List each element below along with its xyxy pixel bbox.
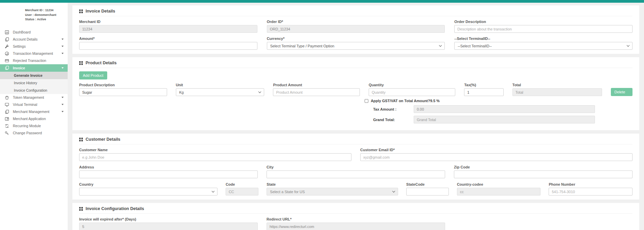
sidebar-item-generate-invoice[interactable]: Generate Invoice <box>0 72 68 79</box>
sidebar-item-invoice-history[interactable]: Invoice History <box>0 79 68 87</box>
invoice-expire-label: Invoice will expired after* (Days) <box>79 217 258 221</box>
chevron-down-icon <box>439 44 442 47</box>
chevron-down-icon <box>62 46 64 47</box>
application-window-icon <box>5 117 9 121</box>
credit-card-icon <box>5 59 9 63</box>
customer-details-header: Customer Details <box>79 137 632 144</box>
amount-input[interactable] <box>79 42 257 50</box>
merchant-id-text: Merchant ID : 11234 <box>25 8 66 13</box>
product-description-input[interactable] <box>79 88 167 96</box>
sidebar-item-rejected-transaction[interactable]: Rejected Transaction <box>0 57 68 64</box>
terminal-id-label: --Select TerminalID-- <box>454 37 632 41</box>
tax-percent-input[interactable] <box>464 88 503 96</box>
add-product-button[interactable]: Add Product <box>79 71 107 79</box>
total-input <box>512 88 602 96</box>
status-text: Status : Active <box>25 17 66 22</box>
invoice-icon <box>5 66 9 70</box>
unit-select[interactable]: Kg <box>176 88 264 96</box>
order-description-input[interactable] <box>454 25 632 33</box>
currency-select[interactable]: Select Terminal Type / Payment Option <box>267 42 445 50</box>
sidebar-item-label: Invoice History <box>14 81 37 85</box>
sidebar-item-merchant-application[interactable]: Merchant Application <box>0 115 68 122</box>
invoice-submenu: Generate Invoice Invoice History Invoice… <box>0 72 68 94</box>
sidebar-item-recurring-module[interactable]: Recurring Module <box>0 122 68 130</box>
address-input[interactable] <box>79 170 258 178</box>
sidebar-item-label: Rejected Transaction <box>13 59 46 63</box>
dashboard-icon <box>5 30 9 34</box>
redirect-url-input <box>267 223 445 230</box>
sidebar-item-invoice-configuration[interactable]: Invoice Configuration <box>0 87 68 94</box>
tax-amount-input <box>414 105 595 113</box>
city-input[interactable] <box>267 170 445 178</box>
section-title: Invoice Details <box>86 9 115 14</box>
section-title: Customer Details <box>86 137 120 142</box>
customer-email-label: Customer Email ID* <box>360 148 632 152</box>
unit-label: Unit <box>176 83 264 87</box>
currency-label: Currency* <box>267 37 445 41</box>
city-label: City <box>267 165 445 169</box>
tax-amount-label: Tax Amount : <box>365 107 414 111</box>
state-code-label: StateCode <box>406 182 449 186</box>
sidebar-item-label: Token Management <box>13 95 44 99</box>
sidebar-item-account-details[interactable]: Account Details <box>0 36 68 43</box>
grid-icon <box>79 138 83 141</box>
sidebar-item-label: Invoice Configuration <box>14 88 47 92</box>
sidebar-item-virtual-terminal[interactable]: Virtual Terminal <box>0 101 68 108</box>
chevron-down-icon <box>62 111 64 112</box>
terminal-id-select[interactable]: --Select TerminalID-- <box>454 42 632 50</box>
tax-percent-label: Tax(%) <box>464 83 503 87</box>
product-amount-input[interactable] <box>273 88 360 96</box>
order-id-label: Order ID* <box>267 20 445 24</box>
terminal-id-select-value: --Select TerminalID-- <box>458 44 492 48</box>
grid-icon <box>79 61 83 65</box>
customer-email-input[interactable] <box>360 153 632 161</box>
state-code-input[interactable] <box>406 188 449 196</box>
basket-icon <box>5 95 9 100</box>
sidebar-item-label: Transaction Management <box>13 51 53 55</box>
copy-icon <box>5 37 9 42</box>
total-label: Total <box>512 83 602 87</box>
app-container: Merchant ID : 11234 User : demomerchant … <box>0 3 644 230</box>
customer-details-card: Customer Details Customer Name Customer … <box>72 134 639 200</box>
quantity-input[interactable] <box>369 88 456 96</box>
merchant-id-input <box>79 25 257 33</box>
wrench-icon <box>5 44 9 49</box>
sidebar-item-settings[interactable]: Settings <box>0 43 68 50</box>
chevron-down-icon <box>392 190 395 192</box>
speedometer-icon <box>5 51 9 56</box>
sidebar-item-label: Change Password <box>13 131 42 135</box>
state-select[interactable]: Select a State for US <box>267 188 398 196</box>
gst-block: Apply GST/VAT on Total Amount?9.5 % Tax … <box>365 99 595 123</box>
order-description-label: Order Description <box>454 20 632 24</box>
chevron-down-icon <box>62 53 64 54</box>
sidebar-item-change-password[interactable]: Change Password <box>0 130 68 137</box>
delete-product-button[interactable]: Delete <box>611 88 632 96</box>
sidebar-item-transaction-management[interactable]: Transaction Management <box>0 50 68 57</box>
unit-select-value: Kg <box>179 90 184 94</box>
phone-number-input[interactable] <box>549 188 632 196</box>
amount-label: Amount* <box>79 37 257 41</box>
sidebar-item-merchant-management[interactable]: Merchant Management <box>0 108 68 115</box>
user-text: User : demomerchant <box>25 13 66 18</box>
product-description-label: Product Description <box>79 83 167 87</box>
invoice-configuration-header: Invoice Configuration Details <box>79 206 632 214</box>
sidebar-item-invoice[interactable]: Invoice <box>0 64 68 72</box>
country-select[interactable] <box>79 188 217 196</box>
merchant-info: Merchant ID : 11234 User : demomerchant … <box>25 8 66 22</box>
phone-number-label: Phone Number <box>549 182 632 186</box>
sidebar-item-label: Generate Invoice <box>14 73 43 77</box>
zip-code-input[interactable] <box>454 170 632 178</box>
country-code-label: Country-codee <box>457 182 541 186</box>
chevron-down-icon <box>212 190 214 192</box>
customer-name-label: Customer Name <box>79 148 351 152</box>
redirect-url-label: Redirect URL* <box>267 217 445 221</box>
zip-code-label: Zip Code <box>454 165 632 169</box>
sidebar-item-dashboard[interactable]: DashBoard <box>0 29 68 36</box>
customer-name-input[interactable] <box>79 153 351 161</box>
gst-checkbox[interactable] <box>365 99 368 103</box>
state-select-value: Select a State for US <box>270 190 305 194</box>
sidebar-item-label: Merchant Application <box>13 117 46 121</box>
sidebar-item-label: Virtual Terminal <box>13 102 37 107</box>
refresh-icon <box>5 124 9 128</box>
sidebar-item-token-management[interactable]: Token Management <box>0 94 68 101</box>
